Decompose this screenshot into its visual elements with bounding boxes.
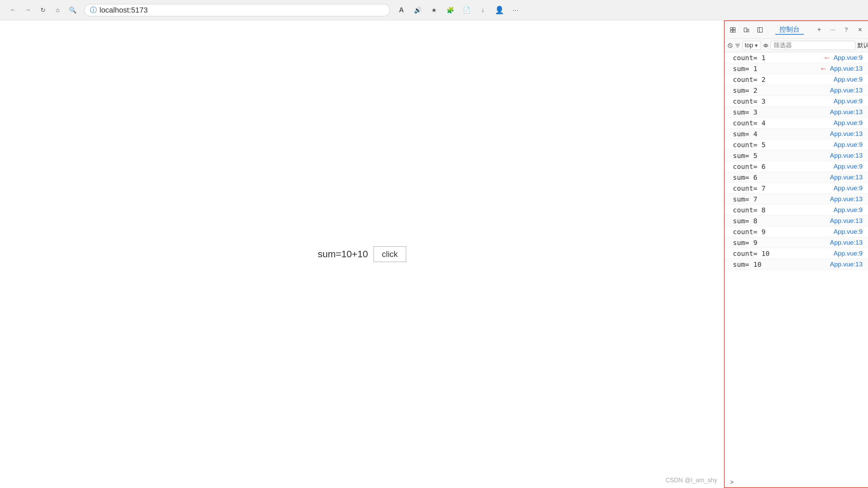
- console-entry-link[interactable]: App.vue:13: [830, 195, 863, 203]
- console-entry-text: count= 7: [733, 184, 765, 192]
- info-icon: ⓘ: [90, 5, 97, 15]
- top-frame-selector[interactable]: top ▼: [742, 41, 761, 50]
- app-content: sum=10+10 click: [318, 246, 406, 262]
- devtools-inspect-button[interactable]: [727, 24, 738, 35]
- red-arrow-icon: ←: [823, 53, 831, 62]
- console-log-container[interactable]: count= 1←App.vue:9sum= 1←App.vue:13count…: [725, 52, 868, 477]
- bookmark-button[interactable]: ★: [428, 4, 440, 16]
- devtools-help-button[interactable]: ?: [841, 24, 852, 35]
- console-entry-text: sum= 7: [733, 195, 757, 203]
- devtools-close-button[interactable]: ✕: [854, 24, 865, 35]
- devtools-panel: 控制台 + ⋯ ? ✕ top: [724, 20, 868, 488]
- console-entry-link[interactable]: App.vue:9: [833, 119, 863, 127]
- svg-line-9: [729, 45, 731, 47]
- console-entry-text: count= 8: [733, 206, 765, 214]
- console-entry: count= 3App.vue:9: [725, 96, 868, 107]
- collections-button[interactable]: 📄: [460, 4, 473, 16]
- click-button[interactable]: click: [374, 246, 406, 262]
- console-entry-link[interactable]: App.vue:9: [833, 54, 863, 62]
- console-entry-link[interactable]: App.vue:9: [833, 250, 863, 257]
- devtools-device-button[interactable]: [741, 24, 752, 35]
- console-entry: sum= 4App.vue:13: [725, 128, 868, 139]
- devtools-top-toolbar: 控制台 + ⋯ ? ✕: [725, 21, 868, 39]
- console-entry-link[interactable]: App.vue:9: [833, 228, 863, 236]
- console-entry-text: count= 2: [733, 75, 765, 84]
- console-entry-link[interactable]: App.vue:13: [830, 261, 863, 268]
- devtools-new-tab-button[interactable]: +: [814, 24, 825, 35]
- console-entry-link[interactable]: App.vue:13: [830, 217, 863, 225]
- console-entry: count= 4App.vue:9: [725, 118, 868, 128]
- console-entry: sum= 1←App.vue:13: [725, 63, 868, 74]
- console-filter-toggle[interactable]: [735, 40, 740, 51]
- console-entry: sum= 3App.vue:13: [725, 107, 868, 118]
- browser-actions: A 🔊 ★ 🧩 📄 ↓ 👤 ⋯: [395, 4, 522, 16]
- profile-button[interactable]: 👤: [493, 4, 505, 16]
- svg-rect-1: [733, 28, 735, 30]
- search-button[interactable]: 🔍: [67, 4, 79, 16]
- console-entry-text: sum= 5: [733, 152, 757, 160]
- address-bar[interactable]: ⓘ localhost:5173: [84, 4, 390, 16]
- svg-point-11: [765, 45, 766, 46]
- console-entry-text: sum= 9: [733, 239, 757, 247]
- console-entry: count= 9App.vue:9: [725, 226, 868, 237]
- red-arrow-icon: ←: [820, 64, 827, 73]
- console-entry-link[interactable]: App.vue:9: [833, 163, 863, 170]
- console-level-label[interactable]: 默认级别: [857, 41, 868, 49]
- console-entry-link[interactable]: App.vue:13: [830, 65, 863, 72]
- translate-button[interactable]: A: [395, 4, 408, 16]
- more-button[interactable]: ⋯: [509, 4, 522, 16]
- console-entry: count= 8App.vue:9: [725, 205, 868, 215]
- console-entry-link[interactable]: App.vue:9: [833, 76, 863, 83]
- devtools-more-button[interactable]: ⋯: [827, 24, 838, 35]
- console-entry-text: sum= 1: [733, 65, 757, 73]
- svg-rect-0: [730, 28, 733, 30]
- console-entry: sum= 9App.vue:13: [725, 237, 868, 248]
- downloads-button[interactable]: ↓: [477, 4, 489, 16]
- console-entry-link[interactable]: App.vue:13: [830, 239, 863, 246]
- sum-display: sum=10+10: [318, 249, 368, 260]
- console-entry-link[interactable]: App.vue:13: [830, 87, 863, 94]
- console-entry-link[interactable]: App.vue:9: [833, 206, 863, 214]
- console-filter-input[interactable]: [771, 41, 855, 50]
- console-expand-chevron[interactable]: >: [725, 477, 868, 487]
- top-frame-label: top: [745, 42, 753, 49]
- console-entry: count= 10App.vue:9: [725, 248, 868, 259]
- console-entry: count= 2App.vue:9: [725, 74, 868, 85]
- console-entry: sum= 8App.vue:13: [725, 215, 868, 226]
- console-entry-text: sum= 4: [733, 130, 757, 138]
- console-clear-button[interactable]: [727, 40, 733, 51]
- console-entry: count= 5App.vue:9: [725, 139, 868, 150]
- home-button[interactable]: ⌂: [52, 4, 64, 16]
- console-entry-link[interactable]: App.vue:13: [830, 130, 863, 138]
- back-button[interactable]: ←: [7, 4, 19, 16]
- console-entry-text: count= 5: [733, 141, 765, 149]
- console-entry-text: count= 6: [733, 162, 765, 171]
- console-entry-link[interactable]: App.vue:13: [830, 152, 863, 159]
- console-entry: count= 6App.vue:9: [725, 161, 868, 172]
- console-entry-link[interactable]: App.vue:13: [830, 108, 863, 116]
- read-button[interactable]: 🔊: [412, 4, 424, 16]
- top-frame-dropdown-icon[interactable]: ▼: [754, 43, 759, 48]
- console-entry-text: count= 4: [733, 119, 765, 127]
- console-eye-button[interactable]: [763, 40, 768, 51]
- svg-rect-5: [747, 29, 749, 32]
- console-entry-text: count= 9: [733, 228, 765, 236]
- devtools-sidebar-button[interactable]: [755, 24, 765, 35]
- console-entry-text: sum= 8: [733, 217, 757, 225]
- console-entry-text: sum= 2: [733, 86, 757, 94]
- forward-button[interactable]: →: [22, 4, 34, 16]
- console-entry: count= 1←App.vue:9: [725, 52, 868, 63]
- console-entry-link[interactable]: App.vue:9: [833, 141, 863, 149]
- refresh-button[interactable]: ↻: [37, 4, 49, 16]
- extensions-button[interactable]: 🧩: [444, 4, 456, 16]
- console-entry-link[interactable]: App.vue:9: [833, 98, 863, 105]
- svg-point-10: [764, 44, 768, 47]
- console-tab-label[interactable]: 控制台: [779, 25, 800, 34]
- nav-buttons: ← → ↻ ⌂ 🔍: [7, 4, 79, 16]
- console-entry-text: sum= 10: [733, 260, 761, 268]
- console-entry-link[interactable]: App.vue:9: [833, 185, 863, 192]
- webpage-content: sum=10+10 click CSDN @I_am_shy: [0, 20, 724, 488]
- console-entry: count= 7App.vue:9: [725, 183, 868, 194]
- console-entry-link[interactable]: App.vue:13: [830, 174, 863, 181]
- url-text: localhost:5173: [100, 6, 384, 15]
